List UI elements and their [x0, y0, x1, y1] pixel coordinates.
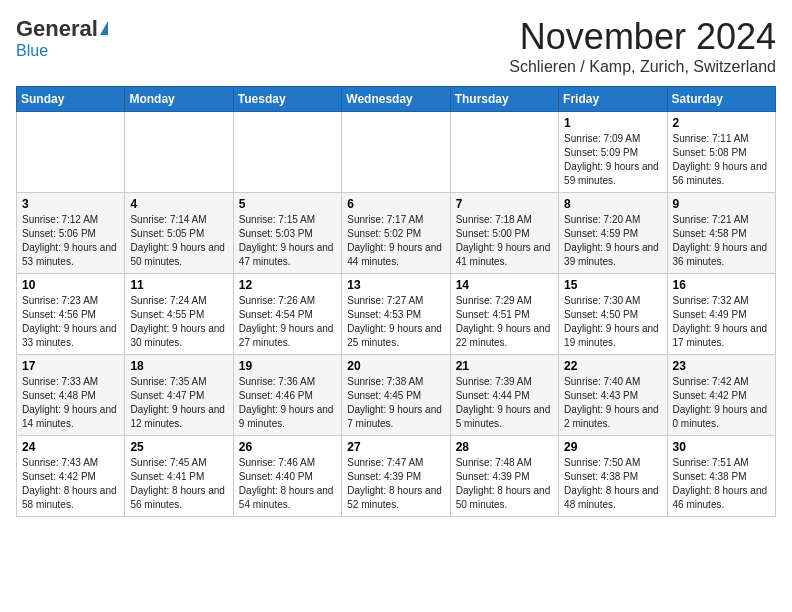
day-info: Sunrise: 7:15 AM Sunset: 5:03 PM Dayligh…	[239, 213, 336, 269]
day-number: 6	[347, 197, 444, 211]
calendar-cell: 25Sunrise: 7:45 AM Sunset: 4:41 PM Dayli…	[125, 436, 233, 517]
calendar-cell: 24Sunrise: 7:43 AM Sunset: 4:42 PM Dayli…	[17, 436, 125, 517]
day-number: 8	[564, 197, 661, 211]
calendar-cell: 15Sunrise: 7:30 AM Sunset: 4:50 PM Dayli…	[559, 274, 667, 355]
day-number: 22	[564, 359, 661, 373]
day-info: Sunrise: 7:50 AM Sunset: 4:38 PM Dayligh…	[564, 456, 661, 512]
month-title: November 2024	[509, 16, 776, 58]
calendar-day-header: Monday	[125, 87, 233, 112]
calendar-cell: 10Sunrise: 7:23 AM Sunset: 4:56 PM Dayli…	[17, 274, 125, 355]
calendar-cell: 28Sunrise: 7:48 AM Sunset: 4:39 PM Dayli…	[450, 436, 558, 517]
day-number: 21	[456, 359, 553, 373]
day-number: 29	[564, 440, 661, 454]
page-header: General Blue November 2024 Schlieren / K…	[16, 16, 776, 76]
calendar-cell: 11Sunrise: 7:24 AM Sunset: 4:55 PM Dayli…	[125, 274, 233, 355]
day-info: Sunrise: 7:48 AM Sunset: 4:39 PM Dayligh…	[456, 456, 553, 512]
calendar-cell: 6Sunrise: 7:17 AM Sunset: 5:02 PM Daylig…	[342, 193, 450, 274]
calendar-week-row: 10Sunrise: 7:23 AM Sunset: 4:56 PM Dayli…	[17, 274, 776, 355]
day-info: Sunrise: 7:09 AM Sunset: 5:09 PM Dayligh…	[564, 132, 661, 188]
calendar-cell: 5Sunrise: 7:15 AM Sunset: 5:03 PM Daylig…	[233, 193, 341, 274]
calendar-day-header: Wednesday	[342, 87, 450, 112]
day-info: Sunrise: 7:43 AM Sunset: 4:42 PM Dayligh…	[22, 456, 119, 512]
day-number: 23	[673, 359, 770, 373]
calendar-cell: 17Sunrise: 7:33 AM Sunset: 4:48 PM Dayli…	[17, 355, 125, 436]
day-number: 14	[456, 278, 553, 292]
day-number: 16	[673, 278, 770, 292]
day-number: 10	[22, 278, 119, 292]
calendar-cell: 29Sunrise: 7:50 AM Sunset: 4:38 PM Dayli…	[559, 436, 667, 517]
day-number: 30	[673, 440, 770, 454]
calendar-day-header: Saturday	[667, 87, 775, 112]
day-number: 19	[239, 359, 336, 373]
day-number: 26	[239, 440, 336, 454]
logo-general-text: General	[16, 16, 98, 42]
calendar-cell	[125, 112, 233, 193]
day-number: 2	[673, 116, 770, 130]
calendar-day-header: Friday	[559, 87, 667, 112]
calendar-cell: 18Sunrise: 7:35 AM Sunset: 4:47 PM Dayli…	[125, 355, 233, 436]
day-number: 9	[673, 197, 770, 211]
calendar-cell: 9Sunrise: 7:21 AM Sunset: 4:58 PM Daylig…	[667, 193, 775, 274]
day-number: 5	[239, 197, 336, 211]
calendar-day-header: Tuesday	[233, 87, 341, 112]
day-info: Sunrise: 7:11 AM Sunset: 5:08 PM Dayligh…	[673, 132, 770, 188]
day-number: 17	[22, 359, 119, 373]
calendar-day-header: Thursday	[450, 87, 558, 112]
calendar-cell: 21Sunrise: 7:39 AM Sunset: 4:44 PM Dayli…	[450, 355, 558, 436]
calendar-week-row: 17Sunrise: 7:33 AM Sunset: 4:48 PM Dayli…	[17, 355, 776, 436]
day-info: Sunrise: 7:38 AM Sunset: 4:45 PM Dayligh…	[347, 375, 444, 431]
day-info: Sunrise: 7:27 AM Sunset: 4:53 PM Dayligh…	[347, 294, 444, 350]
calendar-cell: 27Sunrise: 7:47 AM Sunset: 4:39 PM Dayli…	[342, 436, 450, 517]
day-info: Sunrise: 7:42 AM Sunset: 4:42 PM Dayligh…	[673, 375, 770, 431]
day-number: 28	[456, 440, 553, 454]
calendar-cell: 26Sunrise: 7:46 AM Sunset: 4:40 PM Dayli…	[233, 436, 341, 517]
day-info: Sunrise: 7:51 AM Sunset: 4:38 PM Dayligh…	[673, 456, 770, 512]
calendar-week-row: 3Sunrise: 7:12 AM Sunset: 5:06 PM Daylig…	[17, 193, 776, 274]
logo-triangle-icon	[100, 21, 108, 35]
calendar-cell: 3Sunrise: 7:12 AM Sunset: 5:06 PM Daylig…	[17, 193, 125, 274]
logo-blue-text: Blue	[16, 42, 48, 60]
calendar-cell: 20Sunrise: 7:38 AM Sunset: 4:45 PM Dayli…	[342, 355, 450, 436]
day-number: 18	[130, 359, 227, 373]
day-info: Sunrise: 7:23 AM Sunset: 4:56 PM Dayligh…	[22, 294, 119, 350]
day-info: Sunrise: 7:26 AM Sunset: 4:54 PM Dayligh…	[239, 294, 336, 350]
day-number: 15	[564, 278, 661, 292]
day-number: 4	[130, 197, 227, 211]
calendar-cell: 2Sunrise: 7:11 AM Sunset: 5:08 PM Daylig…	[667, 112, 775, 193]
day-number: 1	[564, 116, 661, 130]
calendar-cell: 13Sunrise: 7:27 AM Sunset: 4:53 PM Dayli…	[342, 274, 450, 355]
day-info: Sunrise: 7:17 AM Sunset: 5:02 PM Dayligh…	[347, 213, 444, 269]
day-info: Sunrise: 7:32 AM Sunset: 4:49 PM Dayligh…	[673, 294, 770, 350]
day-info: Sunrise: 7:45 AM Sunset: 4:41 PM Dayligh…	[130, 456, 227, 512]
title-area: November 2024 Schlieren / Kamp, Zurich, …	[509, 16, 776, 76]
calendar-cell	[17, 112, 125, 193]
calendar-cell: 16Sunrise: 7:32 AM Sunset: 4:49 PM Dayli…	[667, 274, 775, 355]
day-number: 7	[456, 197, 553, 211]
calendar-cell: 1Sunrise: 7:09 AM Sunset: 5:09 PM Daylig…	[559, 112, 667, 193]
location-text: Schlieren / Kamp, Zurich, Switzerland	[509, 58, 776, 76]
calendar-cell: 12Sunrise: 7:26 AM Sunset: 4:54 PM Dayli…	[233, 274, 341, 355]
day-number: 20	[347, 359, 444, 373]
day-info: Sunrise: 7:20 AM Sunset: 4:59 PM Dayligh…	[564, 213, 661, 269]
day-number: 11	[130, 278, 227, 292]
calendar-cell: 8Sunrise: 7:20 AM Sunset: 4:59 PM Daylig…	[559, 193, 667, 274]
day-number: 3	[22, 197, 119, 211]
day-info: Sunrise: 7:30 AM Sunset: 4:50 PM Dayligh…	[564, 294, 661, 350]
day-number: 24	[22, 440, 119, 454]
day-info: Sunrise: 7:14 AM Sunset: 5:05 PM Dayligh…	[130, 213, 227, 269]
day-info: Sunrise: 7:47 AM Sunset: 4:39 PM Dayligh…	[347, 456, 444, 512]
calendar-cell	[233, 112, 341, 193]
day-info: Sunrise: 7:24 AM Sunset: 4:55 PM Dayligh…	[130, 294, 227, 350]
calendar-week-row: 1Sunrise: 7:09 AM Sunset: 5:09 PM Daylig…	[17, 112, 776, 193]
day-number: 13	[347, 278, 444, 292]
day-info: Sunrise: 7:33 AM Sunset: 4:48 PM Dayligh…	[22, 375, 119, 431]
calendar-cell: 30Sunrise: 7:51 AM Sunset: 4:38 PM Dayli…	[667, 436, 775, 517]
day-info: Sunrise: 7:12 AM Sunset: 5:06 PM Dayligh…	[22, 213, 119, 269]
day-info: Sunrise: 7:21 AM Sunset: 4:58 PM Dayligh…	[673, 213, 770, 269]
day-info: Sunrise: 7:39 AM Sunset: 4:44 PM Dayligh…	[456, 375, 553, 431]
calendar-cell: 14Sunrise: 7:29 AM Sunset: 4:51 PM Dayli…	[450, 274, 558, 355]
calendar-header-row: SundayMondayTuesdayWednesdayThursdayFrid…	[17, 87, 776, 112]
day-info: Sunrise: 7:18 AM Sunset: 5:00 PM Dayligh…	[456, 213, 553, 269]
day-info: Sunrise: 7:46 AM Sunset: 4:40 PM Dayligh…	[239, 456, 336, 512]
calendar-table: SundayMondayTuesdayWednesdayThursdayFrid…	[16, 86, 776, 517]
